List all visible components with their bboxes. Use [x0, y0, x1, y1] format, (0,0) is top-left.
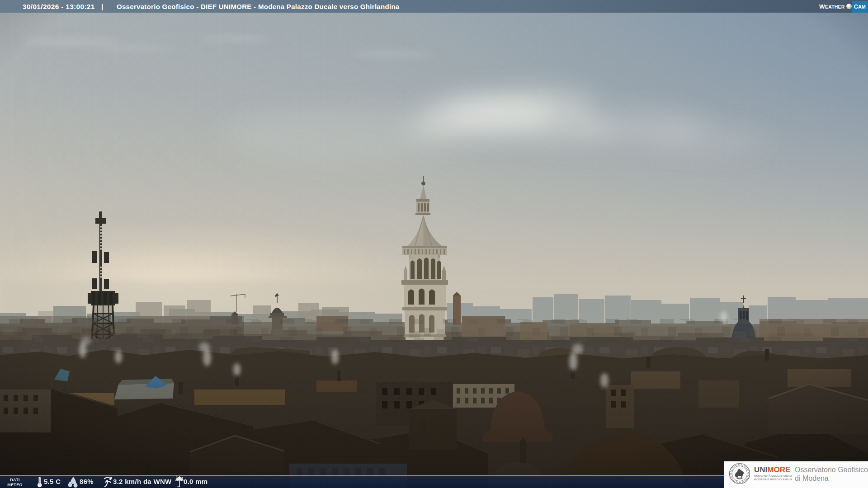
svg-text:MODENA E REGGIO EMILIA: MODENA E REGGIO EMILIA	[754, 478, 793, 481]
svg-text:UNIMORE: UNIMORE	[754, 465, 790, 474]
svg-text:UNIVERSITÀ DEGLI STUDI DI: UNIVERSITÀ DEGLI STUDI DI	[754, 474, 793, 477]
svg-text:1175: 1175	[738, 479, 741, 481]
svg-text:di Modena: di Modena	[795, 474, 829, 482]
svg-text:Osservatorio Geofisico: Osservatorio Geofisico	[795, 466, 868, 474]
